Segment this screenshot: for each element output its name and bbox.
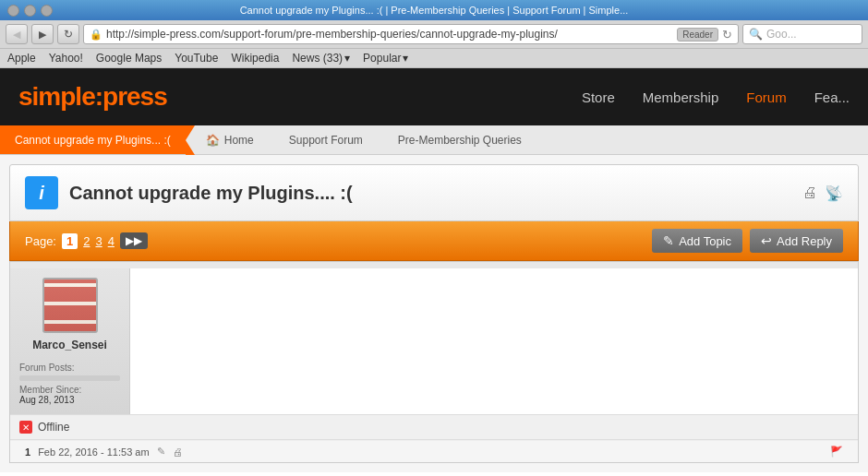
chevron-down-icon-2: ▾ (403, 52, 408, 65)
forum-posts-bar (19, 375, 120, 381)
post-content (130, 268, 858, 414)
topic-icon: i (25, 176, 58, 209)
title-bar: Cannot upgrade my Plugins... :( | Pre-Me… (0, 0, 868, 20)
home-icon: 🏠 (206, 134, 220, 147)
nav-forum[interactable]: Forum (746, 89, 786, 105)
quote-icon[interactable]: 🖨 (173, 446, 183, 458)
topic-actions: 🖨 📡 (802, 184, 843, 202)
topic-title: Cannot upgrade my Plugins.... :( (69, 183, 791, 204)
pagination-bar: Page: 1 2 3 4 ▶▶ ✎ Add Topic ↩ Add Reply (9, 221, 859, 261)
reload-icon: ↻ (64, 28, 73, 41)
member-since-value: Aug 28, 2013 (19, 395, 120, 405)
add-reply-button[interactable]: ↩ Add Reply (750, 229, 843, 253)
add-topic-icon: ✎ (663, 233, 674, 248)
breadcrumb-current: Cannot upgrade my Plugins... :( (0, 125, 186, 154)
nav-bar: ◀ ▶ ↻ 🔒 http://simple-press.com/support-… (0, 20, 868, 48)
bookmark-yahoo[interactable]: Yahoo! (49, 52, 83, 65)
bookmark-googlemaps[interactable]: Google Maps (96, 52, 162, 65)
add-reply-icon: ↩ (761, 233, 772, 248)
search-bar[interactable]: 🔍 Goo... (742, 24, 862, 44)
forward-button[interactable]: ▶ (31, 24, 54, 44)
post-meta-bar: 1 Feb 22, 2016 - 11:53 am ✎ 🖨 🚩 (10, 440, 858, 462)
user-sidebar: Marco_Sensei Forum Posts: Member Since: … (10, 268, 130, 414)
page-info: Page: 1 2 3 4 ▶▶ (25, 232, 148, 249)
back-button[interactable]: ◀ (6, 24, 28, 44)
chevron-down-icon: ▾ (344, 52, 350, 65)
reload-button[interactable]: ↻ (57, 24, 79, 44)
page-3[interactable]: 3 (95, 234, 102, 248)
back-icon: ◀ (13, 29, 20, 41)
breadcrumb-pre-membership[interactable]: Pre-Membership Queries (378, 125, 536, 154)
post-date: Feb 22, 2016 - 11:53 am (38, 446, 149, 458)
nav-features[interactable]: Fea... (814, 89, 850, 105)
page-label: Page: (25, 234, 56, 248)
bookmarks-bar: Apple Yahoo! Google Maps YouTube Wikiped… (0, 48, 868, 67)
bookmark-apple[interactable]: Apple (7, 52, 36, 65)
nav-store[interactable]: Store (582, 89, 615, 105)
site-nav: Store Membership Forum Fea... (582, 89, 850, 105)
breadcrumb-home[interactable]: 🏠 Home (186, 125, 269, 154)
page-4[interactable]: 4 (108, 234, 115, 248)
post-number: 1 (25, 446, 30, 458)
rss-button[interactable]: 📡 (825, 184, 843, 202)
breadcrumb: Cannot upgrade my Plugins... :( 🏠 Home S… (0, 125, 868, 155)
close-btn[interactable] (7, 5, 19, 17)
bookmark-news[interactable]: News (33) ▾ (292, 52, 350, 65)
search-placeholder: Goo... (766, 28, 797, 41)
site-header: simple:press Store Membership Forum Fea.… (0, 68, 868, 125)
page-2[interactable]: 2 (83, 234, 90, 248)
add-topic-button[interactable]: ✎ Add Topic (652, 229, 742, 253)
ssl-icon: 🔒 (90, 29, 102, 41)
reload-small-icon[interactable]: ↻ (722, 28, 732, 42)
post-area: Marco_Sensei Forum Posts: Member Since: … (9, 261, 859, 463)
window-controls[interactable] (7, 5, 53, 17)
bookmark-popular[interactable]: Popular ▾ (363, 52, 408, 65)
breadcrumb-support-forum[interactable]: Support Forum (269, 125, 378, 154)
bookmark-wikipedia[interactable]: Wikipedia (231, 52, 279, 65)
avatar-image (44, 280, 96, 331)
site-logo: simple:press (18, 82, 167, 112)
member-since-label: Member Since: (19, 385, 120, 395)
reader-button[interactable]: Reader (677, 28, 718, 42)
minimize-btn[interactable] (24, 5, 36, 17)
user-avatar (42, 278, 98, 333)
bookmark-youtube[interactable]: YouTube (175, 52, 218, 65)
edit-icon[interactable]: ✎ (157, 446, 165, 458)
offline-label: Offline (38, 421, 69, 434)
page-1[interactable]: 1 (62, 233, 78, 249)
user-meta-block: Forum Posts: Member Since: Aug 28, 2013 (19, 359, 120, 405)
maximize-btn[interactable] (41, 5, 53, 17)
search-icon: 🔍 (749, 28, 763, 41)
post-row-top (10, 261, 858, 268)
post-row: Marco_Sensei Forum Posts: Member Since: … (10, 268, 858, 415)
nav-membership[interactable]: Membership (643, 89, 719, 105)
flag-icon[interactable]: 🚩 (830, 446, 843, 458)
page-title: Cannot upgrade my Plugins... :( | Pre-Me… (240, 5, 629, 16)
browser-chrome: ◀ ▶ ↻ 🔒 http://simple-press.com/support-… (0, 20, 868, 68)
topic-header: i Cannot upgrade my Plugins.... :( 🖨 📡 (9, 164, 859, 221)
print-button[interactable]: 🖨 (802, 184, 817, 202)
offline-bar: ✕ Offline (10, 415, 858, 440)
action-buttons: ✎ Add Topic ↩ Add Reply (652, 229, 843, 253)
offline-indicator: ✕ (19, 421, 32, 434)
username: Marco_Sensei (32, 339, 107, 351)
address-text: http://simple-press.com/support-forum/pr… (106, 28, 673, 41)
address-bar[interactable]: 🔒 http://simple-press.com/support-forum/… (83, 24, 739, 44)
next-page-button[interactable]: ▶▶ (120, 232, 148, 249)
forward-icon: ▶ (39, 29, 46, 41)
forum-posts-label: Forum Posts: (19, 363, 120, 373)
main-content: i Cannot upgrade my Plugins.... :( 🖨 📡 P… (0, 155, 868, 472)
